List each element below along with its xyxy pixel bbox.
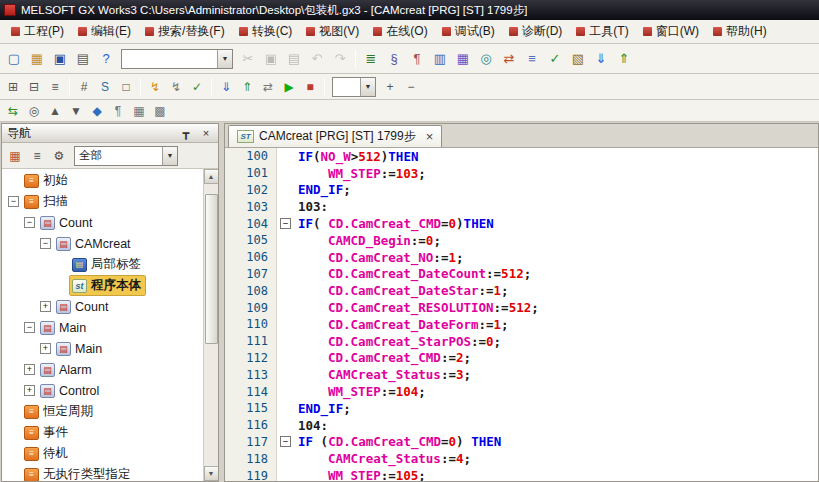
sort-icon[interactable]: ≡ [27,146,47,165]
comment-display-icon[interactable]: ¶ [108,101,128,120]
convert-all-icon[interactable]: ↯ [166,77,186,96]
device-memory-icon[interactable]: ▦ [452,48,474,70]
menu-edit[interactable]: 编辑(E) [71,21,138,42]
fbd-editor-icon[interactable]: □ [116,77,136,96]
watch-icon[interactable]: ◎ [475,48,497,70]
tree-item-count-file[interactable]: −▤Count [2,212,203,233]
tab-close-icon[interactable]: × [426,130,434,143]
code-token: 105 [396,468,419,481]
menu-online[interactable]: 在线(O) [366,21,434,42]
ladder-editor-icon[interactable]: # [74,77,94,96]
menu-window[interactable]: 窗口(W) [636,21,706,42]
window-select-combo[interactable]: ▼ [121,49,233,69]
close-icon[interactable]: × [199,126,213,140]
note-icon[interactable]: ¶ [406,48,428,70]
scroll-down-icon[interactable]: ▼ [204,466,219,481]
menu-view[interactable]: 视图(V) [299,21,366,42]
menu-diagnostics[interactable]: 诊断(D) [502,21,570,42]
device-comment-icon[interactable]: ≣ [360,48,382,70]
tree-item-local-label[interactable]: ▤局部标签 [2,254,203,275]
tree-filter-combo[interactable]: 全部▼ [74,146,178,166]
window-switch-icon[interactable]: ⇆ [3,101,23,120]
online-program-change-icon[interactable]: ✓ [187,77,207,96]
monitor-stop-icon[interactable]: ■ [300,77,320,96]
tree-item-main-pou[interactable]: +▤Main [2,338,203,359]
parameter-icon[interactable]: ▧ [567,48,589,70]
menu-debug[interactable]: 调试(B) [435,21,502,42]
program-check-icon[interactable]: ✓ [544,48,566,70]
fold-toggle[interactable]: − [277,215,294,232]
zoom-out-icon[interactable]: − [401,77,421,96]
fold-toggle[interactable]: − [277,434,294,451]
cross-reference-icon[interactable]: ⇄ [498,48,520,70]
element-selection-icon[interactable]: ⊟ [24,77,44,96]
tree-item-alarm[interactable]: +▤Alarm [2,359,203,380]
expand-icon[interactable]: + [40,301,51,312]
chevron-down-icon[interactable]: ▼ [162,147,177,165]
menu-convert[interactable]: 转换(C) [232,21,300,42]
find-previous-icon[interactable]: ▲ [45,101,65,120]
expand-icon[interactable]: + [24,364,35,375]
label-editor-icon[interactable]: ▥ [429,48,451,70]
tree-scrollbar[interactable]: ▲ ▼ [203,169,218,481]
scroll-track[interactable] [204,184,219,466]
expand-icon[interactable]: + [40,343,51,354]
expand-icon[interactable]: + [24,385,35,396]
tab-camcreat[interactable]: ST CAMcreat [PRG] [ST] 1799步 × [228,125,442,147]
tree-item-standby[interactable]: ≡待机 [2,443,203,464]
menu-find-replace[interactable]: 搜索/替换(F) [138,21,232,42]
tree-item-program-body[interactable]: st程序本体 [2,275,203,296]
tree-item-no-exec-type[interactable]: ≡无执行类型指定 [2,464,203,481]
display-format-icon[interactable]: ▦ [129,101,149,120]
device-list-icon[interactable]: ≡ [521,48,543,70]
outline-window-icon[interactable]: ≡ [45,77,65,96]
print-icon[interactable]: ▤ [72,48,94,70]
write-to-plc-icon[interactable]: ⇓ [590,48,612,70]
scroll-thumb[interactable] [205,194,218,344]
tree-item-fixed-cycle[interactable]: ≡恒定周期 [2,401,203,422]
tree-item-event[interactable]: ≡事件 [2,422,203,443]
collapse-icon[interactable]: − [40,238,51,249]
menu-project[interactable]: 工程(P) [4,21,71,42]
grid-display-icon[interactable]: ▩ [150,101,170,120]
tree-item-count-pou[interactable]: +▤Count [2,296,203,317]
chevron-down-icon[interactable]: ▼ [360,78,375,96]
menu-help[interactable]: 帮助(H) [706,21,774,42]
zoom-in-icon[interactable]: + [380,77,400,96]
fold-collapse-icon[interactable]: − [280,218,291,229]
fold-collapse-icon[interactable]: − [280,436,291,447]
help-icon[interactable]: ? [95,48,117,70]
tree-item-camcreat[interactable]: −▤CAMcreat [2,233,203,254]
verify-icon[interactable]: ⇄ [258,77,278,96]
read-plc-icon[interactable]: ⇑ [237,77,257,96]
statement-icon[interactable]: § [383,48,405,70]
st-editor-icon[interactable]: S [95,77,115,96]
pin-icon[interactable]: ┳ [179,126,193,140]
tree-item-control[interactable]: +▤Control [2,380,203,401]
docking-config-icon[interactable]: ▦ [5,146,25,165]
write-plc-icon[interactable]: ⇓ [216,77,236,96]
menu-tools[interactable]: 工具(T) [569,21,635,42]
navigation-window-icon[interactable]: ⊞ [3,77,23,96]
code-line: 106CD.CamCreat_NO:=1; [225,249,818,266]
monitor-start-icon[interactable]: ▶ [279,77,299,96]
find-next-icon[interactable]: ▼ [66,101,86,120]
bookmark-icon[interactable]: ◆ [87,101,107,120]
scroll-up-icon[interactable]: ▲ [204,169,219,184]
collapse-icon[interactable]: − [24,217,35,228]
tree-item-main-file[interactable]: −▤Main [2,317,203,338]
read-from-plc-icon[interactable]: ⇑ [613,48,635,70]
display-scale-combo[interactable]: ▼ [332,77,376,97]
tree-item-scan[interactable]: −≡扫描 [2,191,203,212]
collapse-icon[interactable]: − [8,196,19,207]
find-icon[interactable]: ◎ [24,101,44,120]
chevron-down-icon[interactable]: ▼ [217,50,232,68]
convert-icon[interactable]: ↯ [145,77,165,96]
collapse-icon[interactable]: − [24,322,35,333]
st-code-editor[interactable]: 100IF(NO_W>512)THEN101WM_STEP:=103;102EN… [225,148,818,481]
settings-icon[interactable]: ⚙ [49,146,69,165]
new-project-icon[interactable]: ▢ [3,48,25,70]
open-project-icon[interactable]: ▦ [26,48,48,70]
tree-item-initial[interactable]: ≡初始 [2,170,203,191]
save-project-icon[interactable]: ▣ [49,48,71,70]
